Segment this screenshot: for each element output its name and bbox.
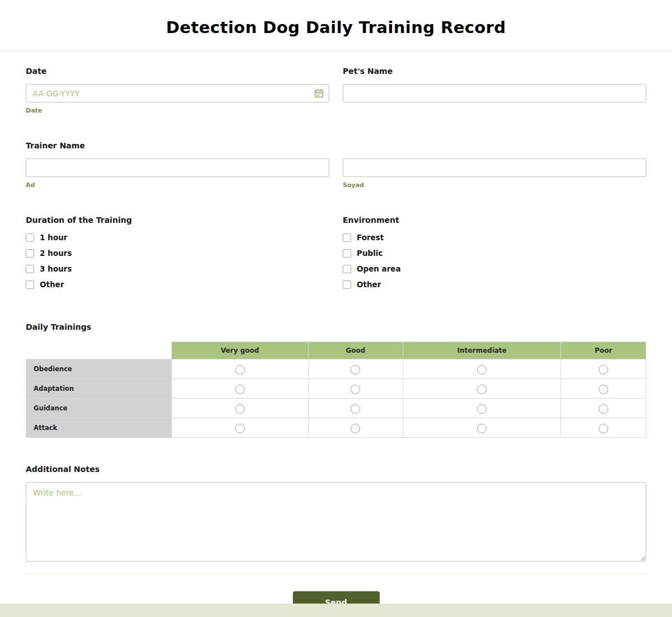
checkbox-icon[interactable] [343, 265, 351, 273]
duration-options: 1 hour 2 hours 3 hours Other [26, 233, 329, 289]
trainer-first-name-group: Ad [26, 158, 329, 189]
radio-button[interactable] [351, 404, 360, 414]
environment-label: Environment [343, 216, 646, 225]
trainer-name-inputs-row: Ad Soyad [26, 158, 646, 189]
radio-button[interactable] [235, 424, 245, 433]
duration-field-group: Duration of the Training 1 hour 2 hours … [26, 216, 329, 296]
environment-option-public[interactable]: Public [343, 249, 646, 258]
rating-cell[interactable] [172, 359, 309, 379]
checkbox-icon[interactable] [343, 233, 351, 242]
radio-button[interactable] [235, 385, 245, 394]
rating-cell[interactable] [403, 399, 561, 418]
radio-button[interactable] [351, 385, 360, 394]
environment-option-open-area[interactable]: Open area [343, 264, 646, 273]
trainer-first-name-helper: Ad [26, 181, 329, 189]
duration-option-3-hours[interactable]: 3 hours [26, 264, 329, 273]
rating-cell[interactable] [172, 418, 309, 438]
date-input-wrap [26, 84, 329, 102]
page-title: Detection Dog Daily Training Record [0, 18, 672, 37]
checkbox-icon[interactable] [26, 265, 34, 273]
daily-trainings-label: Daily Trainings [26, 322, 646, 331]
matrix-row-label: Attack [26, 418, 172, 438]
checkbox-icon[interactable] [26, 281, 34, 289]
date-input[interactable] [26, 84, 329, 102]
duration-option-2-hours[interactable]: 2 hours [26, 249, 329, 258]
daily-trainings-matrix: Very good Good Intermediate Poor Obedien… [26, 342, 646, 438]
trainer-first-name-input[interactable] [26, 158, 329, 177]
duration-label: Duration of the Training [26, 216, 329, 225]
rating-cell[interactable] [308, 379, 403, 399]
matrix-row-adaptation: Adaptation [26, 379, 646, 399]
rating-cell[interactable] [172, 379, 309, 399]
environment-option-other[interactable]: Other [343, 280, 646, 289]
checkbox-icon[interactable] [26, 233, 34, 242]
matrix-column-very-good: Very good [172, 342, 309, 359]
checkbox-icon[interactable] [343, 249, 351, 258]
daily-trainings-section: Daily Trainings Very good Good Intermedi… [26, 322, 646, 438]
row-date-petname: Date Date Pet's Name [26, 67, 646, 114]
rating-cell[interactable] [561, 379, 646, 399]
form-header: Detection Dog Daily Training Record [0, 0, 672, 50]
trainer-name-label: Trainer Name [26, 141, 646, 150]
checkbox-icon[interactable] [26, 249, 34, 258]
rating-cell[interactable] [308, 399, 403, 418]
radio-button[interactable] [477, 424, 487, 433]
radio-button[interactable] [235, 404, 245, 414]
radio-button[interactable] [599, 385, 608, 394]
rating-cell[interactable] [561, 359, 646, 379]
additional-notes-textarea[interactable] [26, 482, 646, 562]
matrix-column-intermediate: Intermediate [403, 342, 561, 359]
environment-field-group: Environment Forest Public Open area Othe… [343, 216, 646, 296]
matrix-row-label: Obedience [26, 359, 172, 379]
trainer-last-name-helper: Soyad [343, 181, 646, 189]
radio-button[interactable] [477, 365, 487, 375]
form-body: Date Date Pet's Name [0, 51, 672, 617]
matrix-row-obedience: Obedience [26, 359, 646, 379]
additional-notes-section: Additional Notes [26, 465, 646, 562]
rating-cell[interactable] [172, 399, 309, 418]
radio-button[interactable] [599, 404, 608, 414]
environment-options: Forest Public Open area Other [343, 233, 646, 289]
radio-button[interactable] [351, 424, 360, 433]
date-label: Date [26, 67, 329, 76]
radio-button[interactable] [477, 385, 487, 394]
rating-cell[interactable] [308, 359, 403, 379]
row-duration-environment: Duration of the Training 1 hour 2 hours … [26, 216, 646, 296]
matrix-row-label: Adaptation [26, 379, 172, 399]
matrix-header-row: Very good Good Intermediate Poor [26, 342, 646, 359]
rating-cell[interactable] [403, 418, 561, 438]
trainer-name-section: Trainer Name Ad Soyad [26, 141, 646, 189]
date-helper-text: Date [26, 107, 329, 114]
radio-button[interactable] [477, 404, 487, 414]
duration-option-other[interactable]: Other [26, 280, 329, 289]
rating-cell[interactable] [403, 359, 561, 379]
checkbox-icon[interactable] [343, 281, 351, 289]
date-field-group: Date Date [26, 67, 329, 114]
trainer-last-name-group: Soyad [343, 158, 646, 189]
duration-option-1-hour[interactable]: 1 hour [26, 233, 329, 242]
environment-option-forest[interactable]: Forest [343, 233, 646, 242]
rating-cell[interactable] [561, 418, 646, 438]
pet-name-input[interactable] [343, 84, 646, 102]
additional-notes-label: Additional Notes [26, 465, 646, 474]
matrix-row-attack: Attack [26, 418, 646, 438]
radio-button[interactable] [599, 424, 608, 433]
matrix-column-good: Good [308, 342, 403, 359]
matrix-header-spacer [26, 342, 172, 359]
radio-button[interactable] [235, 365, 245, 375]
radio-button[interactable] [351, 365, 360, 375]
bottom-strip [0, 604, 672, 617]
rating-cell[interactable] [561, 399, 646, 418]
pet-name-field-group: Pet's Name [343, 67, 646, 114]
rating-cell[interactable] [403, 379, 561, 399]
rating-cell[interactable] [308, 418, 403, 438]
matrix-column-poor: Poor [561, 342, 646, 359]
pet-name-label: Pet's Name [343, 67, 646, 76]
matrix-row-guidance: Guidance [26, 399, 646, 418]
radio-button[interactable] [599, 365, 608, 375]
trainer-last-name-input[interactable] [343, 158, 646, 177]
matrix-row-label: Guidance [26, 399, 172, 418]
